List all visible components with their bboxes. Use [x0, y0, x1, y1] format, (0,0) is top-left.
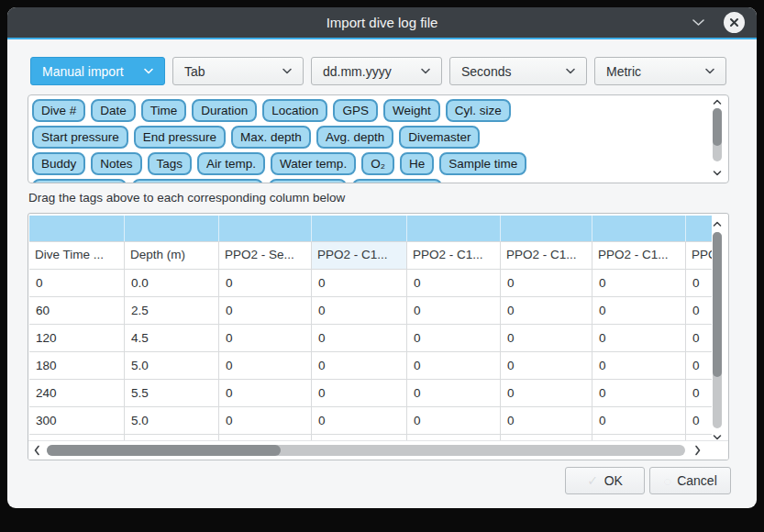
table-cell[interactable]: 0: [29, 269, 125, 296]
chevron-down-icon[interactable]: [713, 434, 722, 440]
table-cell[interactable]: 0: [686, 351, 712, 379]
column-header[interactable]: PPO2 - C1...: [407, 242, 501, 269]
drop-target-cell[interactable]: [407, 216, 501, 241]
column-header[interactable]: PPO2 - C1...: [592, 242, 686, 269]
scrollbar-thumb[interactable]: [47, 445, 281, 456]
chevron-up-icon[interactable]: [713, 221, 722, 227]
table-cell[interactable]: 0: [686, 324, 712, 351]
drop-target-cell[interactable]: [312, 216, 407, 241]
table-cell[interactable]: 0: [501, 296, 592, 324]
table-cell[interactable]: 0: [592, 379, 686, 406]
chevron-down-icon[interactable]: [713, 170, 722, 176]
tag-tags[interactable]: Tags: [148, 152, 193, 175]
tag-buddy[interactable]: Buddy: [32, 152, 85, 175]
table-cell[interactable]: 0: [407, 269, 501, 296]
table-cell[interactable]: 180: [29, 351, 125, 379]
tag-o[interactable]: O₂: [361, 152, 394, 175]
table-cell[interactable]: 0: [312, 406, 407, 434]
cancel-button[interactable]: ◌ Cancel: [649, 467, 731, 494]
table-cell[interactable]: 0: [219, 351, 312, 379]
tag-sample-depth[interactable]: Sample depth: [32, 179, 127, 183]
chevron-down-icon[interactable]: [692, 18, 705, 27]
drop-target-cell[interactable]: [686, 216, 712, 241]
chevron-up-icon[interactable]: [713, 99, 722, 105]
table-cell[interactable]: 0: [312, 269, 407, 296]
table-cell[interactable]: 0: [592, 406, 686, 434]
tag-date[interactable]: Date: [91, 99, 136, 122]
drop-target-cell[interactable]: [219, 216, 312, 241]
table-cell[interactable]: 0: [407, 324, 501, 351]
table-cell[interactable]: 0: [312, 351, 407, 379]
table-cell[interactable]: 240: [29, 379, 125, 406]
table-cell[interactable]: 0: [501, 324, 592, 351]
table-vertical-scrollbar[interactable]: [710, 217, 725, 441]
table-cell[interactable]: 5.0: [125, 351, 219, 379]
table-cell[interactable]: 0: [592, 351, 686, 379]
table-cell[interactable]: 0: [686, 406, 712, 434]
drop-target-cell[interactable]: [501, 216, 592, 241]
scrollbar-thumb[interactable]: [713, 108, 722, 146]
drop-target-cell[interactable]: [125, 216, 219, 241]
table-cell[interactable]: 0: [407, 406, 501, 434]
combo-seconds[interactable]: Seconds: [449, 57, 587, 85]
combo-tab[interactable]: Tab: [172, 57, 304, 85]
table-cell[interactable]: 0: [312, 379, 407, 406]
table-cell[interactable]: 0: [686, 269, 712, 296]
tag-sample-o[interactable]: Sample O₂: [269, 179, 347, 183]
titlebar[interactable]: Import dive log file: [7, 7, 757, 39]
table-cell[interactable]: 0: [501, 406, 592, 434]
tag-cyl-size[interactable]: Cyl. size: [446, 99, 511, 122]
tag-he[interactable]: He: [400, 152, 434, 175]
tag-sample-time[interactable]: Sample time: [439, 152, 526, 175]
tag-notes[interactable]: Notes: [91, 152, 141, 175]
tag-divemaster[interactable]: Divemaster: [399, 126, 480, 149]
table-cell[interactable]: 0: [407, 379, 501, 406]
close-button[interactable]: [724, 12, 745, 33]
table-cell[interactable]: 0: [312, 324, 407, 351]
table-cell[interactable]: 0: [407, 351, 501, 379]
tag-avg-depth[interactable]: Avg. depth: [316, 126, 393, 149]
combo-metric[interactable]: Metric: [594, 57, 726, 85]
ok-button[interactable]: ✓ OK: [565, 467, 645, 494]
scrollbar-thumb[interactable]: [713, 232, 722, 377]
combo-manual-import[interactable]: Manual import: [30, 57, 165, 85]
table-cell[interactable]: 0: [312, 296, 407, 324]
tag-max-depth[interactable]: Max. depth: [231, 126, 311, 149]
chevron-right-icon[interactable]: [694, 445, 701, 456]
table-cell[interactable]: 0: [219, 379, 312, 406]
table-cell[interactable]: 0: [407, 296, 501, 324]
table-cell[interactable]: 0: [592, 296, 686, 324]
table-cell[interactable]: 5.5: [125, 379, 219, 406]
table-cell[interactable]: 0: [686, 379, 712, 406]
table-cell[interactable]: 0: [219, 406, 312, 434]
table-cell[interactable]: 0: [592, 324, 686, 351]
tag-duration[interactable]: Duration: [192, 99, 257, 122]
tag-time[interactable]: Time: [141, 99, 187, 122]
column-header[interactable]: Dive Time ...: [29, 242, 125, 269]
tag-sample-temperature[interactable]: Sample temperature: [132, 179, 262, 183]
table-cell[interactable]: 0: [501, 269, 592, 296]
table-cell[interactable]: 0: [219, 324, 312, 351]
table-cell[interactable]: 5.0: [125, 406, 219, 434]
tag-sample-cns[interactable]: Sample CNS: [352, 179, 442, 183]
table-cell[interactable]: 2.5: [125, 296, 219, 324]
tag-location[interactable]: Location: [262, 99, 327, 122]
table-cell[interactable]: 0.0: [125, 269, 219, 296]
tag-air-temp[interactable]: Air temp.: [197, 152, 265, 175]
tag-end-pressure[interactable]: End pressure: [134, 126, 226, 149]
chevron-left-icon[interactable]: [34, 445, 40, 456]
drop-target-cell[interactable]: [592, 216, 686, 241]
table-horizontal-scrollbar[interactable]: [28, 440, 728, 460]
tag-panel-scrollbar[interactable]: [710, 95, 725, 183]
table-cell[interactable]: 0: [219, 269, 312, 296]
tag-water-temp[interactable]: Water temp.: [271, 152, 356, 175]
table-cell[interactable]: 0: [592, 269, 686, 296]
column-header[interactable]: Depth (m): [125, 242, 219, 269]
table-cell[interactable]: 0: [501, 351, 592, 379]
column-header[interactable]: PPO2: [686, 242, 712, 269]
table-cell[interactable]: 0: [501, 379, 592, 406]
tag-weight[interactable]: Weight: [383, 99, 440, 122]
combo-dd-mm-yyyy[interactable]: dd.mm.yyyy: [311, 57, 442, 85]
table-cell[interactable]: 0: [219, 296, 312, 324]
table-cell[interactable]: 300: [29, 406, 125, 434]
